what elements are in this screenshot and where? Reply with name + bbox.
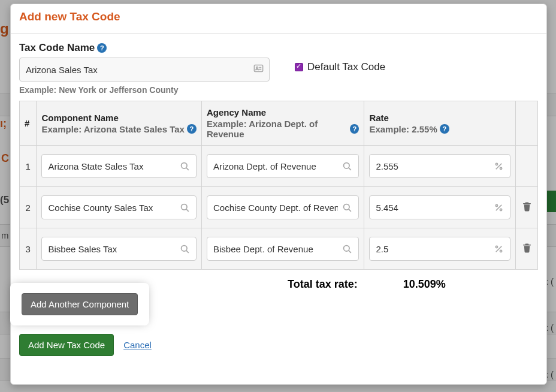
add-component-highlight: Add Another Component <box>13 285 147 323</box>
agency-name-input[interactable] <box>207 237 358 260</box>
row-num: 3 <box>20 228 37 270</box>
search-icon[interactable] <box>342 161 353 174</box>
col-rate-header: Rate Example: 2.55%? <box>364 101 516 146</box>
add-another-component-button[interactable]: Add Another Component <box>22 293 138 315</box>
svg-point-4 <box>496 163 498 165</box>
svg-point-10 <box>182 246 188 252</box>
svg-point-7 <box>344 204 350 210</box>
search-icon[interactable] <box>342 243 353 257</box>
svg-point-9 <box>500 209 502 210</box>
search-icon[interactable] <box>179 202 191 215</box>
table-row: 2 <box>20 187 538 228</box>
svg-point-2 <box>182 163 188 169</box>
col-agency-header: Agency Name Example: Arizona Dept. of Re… <box>201 101 364 146</box>
tax-code-name-hint: Example: New York or Jefferson County <box>19 85 270 95</box>
modal-title: Add new Tax Code <box>19 10 538 23</box>
default-tax-code-label: Default Tax Code <box>307 61 385 73</box>
total-label: Total tax rate: <box>288 278 358 291</box>
contact-card-icon <box>253 63 264 77</box>
help-icon[interactable]: ? <box>350 124 359 134</box>
components-table: # Component Name Example: Arizona State … <box>19 101 538 270</box>
agency-name-input[interactable] <box>207 155 358 177</box>
svg-point-12 <box>496 246 498 248</box>
svg-rect-0 <box>254 65 262 71</box>
search-icon[interactable] <box>179 161 191 174</box>
percent-icon <box>493 161 504 174</box>
search-icon[interactable] <box>179 243 191 257</box>
col-num-header: # <box>20 101 37 146</box>
delete-row-button[interactable] <box>521 245 533 255</box>
col-component-header: Component Name Example: Arizona State Sa… <box>37 101 202 146</box>
component-name-input[interactable] <box>42 237 196 260</box>
delete-row-button[interactable] <box>521 204 533 214</box>
row-num: 2 <box>20 187 37 228</box>
help-icon[interactable]: ? <box>440 124 449 134</box>
add-tax-code-modal: Add new Tax Code Tax Code Name ? Example… <box>10 4 547 385</box>
table-row: 1 <box>20 146 538 187</box>
rate-input[interactable] <box>370 237 510 260</box>
svg-point-1 <box>256 67 258 69</box>
rate-input[interactable] <box>370 155 510 177</box>
percent-icon <box>493 202 504 216</box>
svg-point-11 <box>344 246 350 252</box>
help-icon[interactable]: ? <box>97 43 107 53</box>
tax-code-name-label: Tax Code Name ? <box>19 42 538 54</box>
search-icon[interactable] <box>342 202 353 215</box>
add-new-tax-code-button[interactable]: Add New Tax Code <box>19 334 114 356</box>
row-num: 1 <box>20 146 37 187</box>
help-icon[interactable]: ? <box>187 124 197 134</box>
col-delete-header <box>516 101 538 146</box>
total-value: 10.509% <box>403 278 446 291</box>
svg-point-5 <box>500 167 502 169</box>
components-tbody: 123 <box>20 146 538 270</box>
svg-point-8 <box>496 204 498 206</box>
tax-code-name-input[interactable] <box>19 58 270 82</box>
rate-input[interactable] <box>370 196 510 219</box>
svg-point-3 <box>344 163 350 169</box>
svg-point-13 <box>500 250 502 252</box>
agency-name-input[interactable] <box>207 196 358 219</box>
svg-point-6 <box>182 204 188 210</box>
component-name-input[interactable] <box>42 196 196 219</box>
percent-icon <box>493 243 504 257</box>
default-tax-code-checkbox[interactable] <box>295 63 303 71</box>
table-row: 3 <box>20 228 538 270</box>
cancel-link[interactable]: Cancel <box>123 340 152 350</box>
component-name-input[interactable] <box>42 155 196 177</box>
